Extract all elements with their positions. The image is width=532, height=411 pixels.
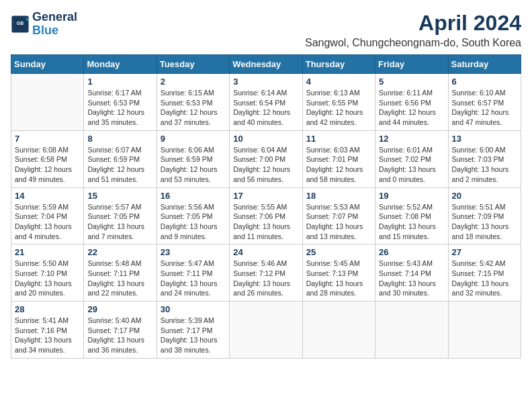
page-header: GB General Blue April 2024 Sangwol, Chun… [11,11,521,49]
calendar-cell: 4Sunrise: 6:13 AMSunset: 6:55 PMDaylight… [302,74,375,131]
day-number: 6 [452,77,517,87]
day-number: 29 [87,304,152,314]
day-info: Sunrise: 6:13 AMSunset: 6:55 PMDaylight:… [306,88,371,128]
day-info: Sunrise: 5:41 AMSunset: 7:16 PMDaylight:… [15,316,80,355]
calendar-cell: 26Sunrise: 5:43 AMSunset: 7:14 PMDayligh… [375,244,448,302]
day-info: Sunrise: 6:11 AMSunset: 6:56 PMDaylight:… [379,88,444,128]
weekday-header-row: SundayMondayTuesdayWednesdayThursdayFrid… [11,55,521,74]
calendar-cell: 8Sunrise: 6:07 AMSunset: 6:59 PMDaylight… [84,130,157,187]
day-info: Sunrise: 5:48 AMSunset: 7:11 PMDaylight:… [87,259,152,298]
calendar-cell: 21Sunrise: 5:50 AMSunset: 7:10 PMDayligh… [11,244,84,302]
day-info: Sunrise: 5:40 AMSunset: 7:17 PMDaylight:… [87,316,152,355]
day-number: 25 [306,247,371,257]
day-info: Sunrise: 5:39 AMSunset: 7:17 PMDaylight:… [161,316,226,355]
calendar-cell: 16Sunrise: 5:56 AMSunset: 7:05 PMDayligh… [157,187,229,244]
day-info: Sunrise: 5:53 AMSunset: 7:07 PMDaylight:… [306,202,371,242]
week-row-3: 14Sunrise: 5:59 AMSunset: 7:04 PMDayligh… [11,187,521,244]
logo-text: General Blue [32,11,77,38]
calendar-cell [375,302,448,359]
weekday-header-friday: Friday [375,55,448,74]
day-info: Sunrise: 5:47 AMSunset: 7:11 PMDaylight:… [161,259,226,298]
calendar-cell: 22Sunrise: 5:48 AMSunset: 7:11 PMDayligh… [84,244,157,302]
day-number: 10 [233,134,298,144]
calendar-cell: 23Sunrise: 5:47 AMSunset: 7:11 PMDayligh… [157,244,229,302]
day-info: Sunrise: 5:50 AMSunset: 7:10 PMDaylight:… [15,259,80,298]
day-info: Sunrise: 6:03 AMSunset: 7:01 PMDaylight:… [306,145,371,185]
calendar-cell [230,302,302,359]
day-number: 14 [15,191,80,201]
day-info: Sunrise: 5:56 AMSunset: 7:05 PMDaylight:… [161,202,226,242]
day-number: 11 [306,134,371,144]
day-info: Sunrise: 5:42 AMSunset: 7:15 PMDaylight:… [452,259,517,298]
day-info: Sunrise: 5:51 AMSunset: 7:09 PMDaylight:… [452,202,517,242]
calendar-cell [302,302,375,359]
calendar-cell: 6Sunrise: 6:10 AMSunset: 6:57 PMDaylight… [448,74,521,131]
weekday-header-monday: Monday [84,55,157,74]
weekday-header-sunday: Sunday [11,55,84,74]
day-number: 23 [161,247,226,257]
calendar-cell: 19Sunrise: 5:52 AMSunset: 7:08 PMDayligh… [375,187,448,244]
calendar-cell: 25Sunrise: 5:45 AMSunset: 7:13 PMDayligh… [302,244,375,302]
day-info: Sunrise: 6:06 AMSunset: 6:59 PMDaylight:… [161,145,226,185]
calendar-cell: 2Sunrise: 6:15 AMSunset: 6:53 PMDaylight… [157,74,229,131]
day-number: 2 [161,77,226,87]
day-number: 3 [233,77,298,87]
day-number: 18 [306,191,371,201]
day-info: Sunrise: 5:52 AMSunset: 7:08 PMDaylight:… [379,202,444,242]
calendar-cell: 3Sunrise: 6:14 AMSunset: 6:54 PMDaylight… [230,74,302,131]
calendar-cell: 12Sunrise: 6:01 AMSunset: 7:02 PMDayligh… [375,130,448,187]
day-info: Sunrise: 5:57 AMSunset: 7:05 PMDaylight:… [87,202,152,242]
calendar-table: SundayMondayTuesdayWednesdayThursdayFrid… [11,54,521,359]
title-block: April 2024 Sangwol, Chungcheongnam-do, S… [305,11,521,49]
calendar-cell: 20Sunrise: 5:51 AMSunset: 7:09 PMDayligh… [448,187,521,244]
day-info: Sunrise: 6:14 AMSunset: 6:54 PMDaylight:… [233,88,298,128]
day-number: 15 [87,191,152,201]
calendar-cell: 18Sunrise: 5:53 AMSunset: 7:07 PMDayligh… [302,187,375,244]
weekday-header-tuesday: Tuesday [157,55,229,74]
day-number: 28 [15,304,80,314]
calendar-cell: 10Sunrise: 6:04 AMSunset: 7:00 PMDayligh… [230,130,302,187]
day-info: Sunrise: 5:55 AMSunset: 7:06 PMDaylight:… [233,202,298,242]
day-number: 8 [87,134,152,144]
calendar-cell: 15Sunrise: 5:57 AMSunset: 7:05 PMDayligh… [84,187,157,244]
day-info: Sunrise: 5:46 AMSunset: 7:12 PMDaylight:… [233,259,298,298]
day-number: 20 [452,191,517,201]
day-number: 17 [233,191,298,201]
logo-icon: GB [11,15,30,34]
day-number: 13 [452,134,517,144]
day-number: 5 [379,77,444,87]
day-info: Sunrise: 6:04 AMSunset: 7:00 PMDaylight:… [233,145,298,185]
day-info: Sunrise: 6:00 AMSunset: 7:03 PMDaylight:… [452,145,517,185]
svg-text:GB: GB [17,21,24,26]
day-info: Sunrise: 6:07 AMSunset: 6:59 PMDaylight:… [87,145,152,185]
day-info: Sunrise: 6:10 AMSunset: 6:57 PMDaylight:… [452,88,517,128]
calendar-cell: 24Sunrise: 5:46 AMSunset: 7:12 PMDayligh… [230,244,302,302]
day-info: Sunrise: 6:17 AMSunset: 6:53 PMDaylight:… [87,88,152,128]
calendar-cell: 7Sunrise: 6:08 AMSunset: 6:58 PMDaylight… [11,130,84,187]
calendar-cell: 14Sunrise: 5:59 AMSunset: 7:04 PMDayligh… [11,187,84,244]
calendar-cell [11,74,84,131]
calendar-cell: 30Sunrise: 5:39 AMSunset: 7:17 PMDayligh… [157,302,229,359]
week-row-4: 21Sunrise: 5:50 AMSunset: 7:10 PMDayligh… [11,244,521,302]
calendar-cell: 5Sunrise: 6:11 AMSunset: 6:56 PMDaylight… [375,74,448,131]
calendar-cell: 27Sunrise: 5:42 AMSunset: 7:15 PMDayligh… [448,244,521,302]
weekday-header-thursday: Thursday [302,55,375,74]
calendar-title: April 2024 [305,11,521,36]
week-row-2: 7Sunrise: 6:08 AMSunset: 6:58 PMDaylight… [11,130,521,187]
day-number: 27 [452,247,517,257]
calendar-cell: 13Sunrise: 6:00 AMSunset: 7:03 PMDayligh… [448,130,521,187]
weekday-header-saturday: Saturday [448,55,521,74]
day-number: 24 [233,247,298,257]
day-number: 12 [379,134,444,144]
day-info: Sunrise: 6:08 AMSunset: 6:58 PMDaylight:… [15,145,80,185]
weekday-header-wednesday: Wednesday [230,55,302,74]
day-info: Sunrise: 6:01 AMSunset: 7:02 PMDaylight:… [379,145,444,185]
day-number: 21 [15,247,80,257]
logo: GB General Blue [11,11,77,38]
day-number: 22 [87,247,152,257]
calendar-cell: 29Sunrise: 5:40 AMSunset: 7:17 PMDayligh… [84,302,157,359]
calendar-cell: 28Sunrise: 5:41 AMSunset: 7:16 PMDayligh… [11,302,84,359]
day-number: 30 [161,304,226,314]
day-number: 4 [306,77,371,87]
day-info: Sunrise: 5:59 AMSunset: 7:04 PMDaylight:… [15,202,80,242]
